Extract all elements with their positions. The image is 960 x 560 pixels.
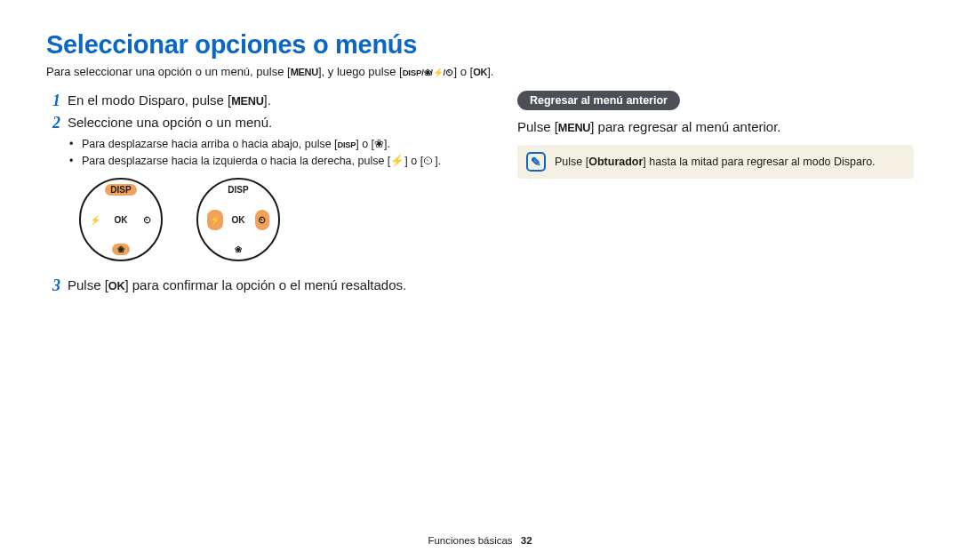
intro-post1: ] o [: [454, 65, 474, 78]
step3-pre: Pulse [: [68, 277, 108, 292]
sub-a-post: ].: [384, 138, 390, 150]
step-1: 1 En el modo Disparo, pulse [MENU].: [46, 91, 491, 111]
step-2-subitems: Para desplazarse hacia arriba o hacia ab…: [69, 136, 491, 169]
intro-pre: Para seleccionar una opción o un menú, p…: [46, 65, 291, 78]
page-number: 32: [521, 535, 532, 546]
menu-label: MENU: [231, 92, 263, 111]
note-text: Pulse [Obturador] hasta la mitad para re…: [555, 156, 876, 168]
subitem: Para desplazarse hacia arriba o hacia ab…: [69, 136, 491, 153]
page-footer: Funciones básicas 32: [0, 535, 960, 546]
shutter-bold: Obturador: [588, 156, 643, 168]
ok-button: OK: [81, 180, 161, 260]
intro-mid: ], y luego pulse [: [318, 65, 403, 78]
step-text: Seleccione una opción o un menú.: [68, 113, 272, 132]
step-2: 2 Seleccione una opción o un menú.: [46, 113, 491, 132]
dial-control: DISP ❀ ⚡ ⏲ OK: [79, 178, 163, 261]
note-pre: Pulse [: [555, 156, 588, 168]
footer-section: Funciones básicas: [428, 535, 512, 546]
dial-vertical: DISP ❀ ⚡ ⏲ OK: [76, 178, 165, 261]
note-post: ] hasta la mitad para regresar al modo D…: [643, 156, 875, 168]
menu-label: MENU: [291, 67, 318, 77]
content-columns: 1 En el modo Disparo, pulse [MENU]. 2 Se…: [46, 91, 914, 298]
disp-label: DISP: [338, 137, 356, 153]
left-column: 1 En el modo Disparo, pulse [MENU]. 2 Se…: [46, 91, 491, 298]
menu-label: MENU: [558, 121, 590, 134]
section-badge: Regresar al menú anterior: [517, 91, 680, 110]
step1-post: ].: [264, 92, 271, 108]
step1-pre: En el modo Disparo, pulse [: [68, 92, 231, 108]
note-box: ✎ Pulse [Obturador] hasta la mitad para …: [517, 145, 914, 179]
sub-b-mid: ] o [: [404, 155, 423, 167]
ok-label: OK: [108, 276, 125, 296]
rb-post: ] para regresar al menú anterior.: [590, 119, 780, 134]
step-number: 2: [46, 113, 60, 132]
note-icon: ✎: [526, 152, 546, 172]
ok-label: OK: [473, 67, 487, 77]
sub-b-post: ].: [435, 155, 441, 167]
nav-sequence: DISP/❀/⚡/⏲: [403, 68, 454, 77]
intro-post2: ].: [487, 65, 493, 78]
sub-a-pre: Para desplazarse hacia arriba o hacia ab…: [82, 138, 338, 150]
timer-icon: ⏲: [423, 155, 435, 167]
step-number: 1: [46, 91, 60, 110]
page-title: Seleccionar opciones o menús: [46, 30, 914, 60]
macro-icon: ❀: [374, 138, 384, 150]
sub-a-mid: ] o [: [356, 138, 374, 150]
subitem: Para desplazarse hacia la izquierda o ha…: [69, 153, 491, 169]
right-body-text: Pulse [MENU] para regresar al menú anter…: [517, 119, 914, 134]
step-text: Pulse [OK] para confirmar la opción o el…: [68, 276, 406, 296]
dial-diagrams: DISP ❀ ⚡ ⏲ OK DISP ❀ ⚡ ⏲ OK: [76, 178, 491, 261]
dial-control: DISP ❀ ⚡ ⏲ OK: [196, 178, 280, 261]
step-3: 3 Pulse [OK] para confirmar la opción o …: [46, 276, 491, 296]
sub-b-pre: Para desplazarse hacia la izquierda o ha…: [82, 155, 390, 167]
intro-text: Para seleccionar una opción o un menú, p…: [46, 65, 914, 78]
step-number: 3: [46, 276, 60, 295]
rb-pre: Pulse [: [517, 119, 558, 134]
dial-horizontal: DISP ❀ ⚡ ⏲ OK: [194, 178, 283, 261]
step3-post: ] para confirmar la opción o el menú res…: [124, 277, 406, 292]
ok-button: OK: [198, 180, 278, 260]
flash-icon: ⚡: [390, 155, 404, 167]
step-text: En el modo Disparo, pulse [MENU].: [68, 91, 271, 111]
right-column: Regresar al menú anterior Pulse [MENU] p…: [517, 91, 914, 298]
